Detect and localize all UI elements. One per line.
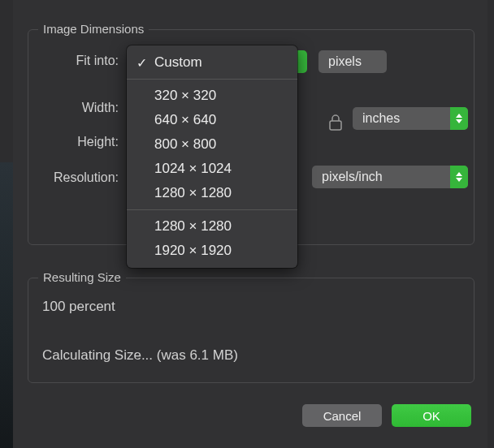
resolution-label: Resolution: bbox=[29, 170, 119, 185]
fit-into-option-800[interactable]: 800 × 800 bbox=[127, 132, 297, 157]
menu-item-label: 1024 × 1024 bbox=[154, 161, 232, 177]
lock-icon[interactable] bbox=[328, 114, 343, 135]
fit-into-option-1280[interactable]: 1280 × 1280 bbox=[127, 181, 297, 205]
menu-item-label: 1280 × 1280 bbox=[154, 185, 232, 201]
menu-item-label: 1280 × 1280 bbox=[154, 218, 232, 235]
menu-separator bbox=[127, 79, 297, 80]
fit-into-unit-select[interactable]: pixels bbox=[318, 50, 387, 73]
svg-rect-0 bbox=[330, 121, 341, 130]
calculating-size-text: Calculating Size... (was 6.1 MB) bbox=[42, 347, 238, 364]
cancel-button-label: Cancel bbox=[323, 409, 362, 423]
ok-button[interactable]: OK bbox=[392, 404, 471, 427]
updown-arrows-icon bbox=[450, 166, 468, 188]
menu-item-label: Custom bbox=[154, 54, 202, 71]
menu-item-label: 640 × 640 bbox=[154, 112, 216, 128]
fit-into-option-custom[interactable]: Custom bbox=[127, 50, 297, 75]
fit-into-option-640[interactable]: 640 × 640 bbox=[127, 108, 297, 132]
resolution-unit-select[interactable]: pixels/inch bbox=[312, 166, 468, 188]
resulting-size-group: Resulting Size bbox=[28, 278, 474, 383]
resolution-unit-value: pixels/inch bbox=[322, 170, 383, 184]
adjust-size-dialog: Image Dimensions Fit into: pixels Width:… bbox=[13, 0, 488, 448]
window-edge-decoration bbox=[0, 162, 13, 448]
ok-button-label: OK bbox=[422, 409, 440, 423]
menu-item-label: 320 × 320 bbox=[154, 88, 216, 104]
image-dimensions-title: Image Dimensions bbox=[38, 22, 149, 36]
width-label: Width: bbox=[46, 101, 119, 115]
cancel-button[interactable]: Cancel bbox=[302, 404, 382, 427]
fit-into-option-320[interactable]: 320 × 320 bbox=[127, 84, 297, 108]
fit-into-option-1024[interactable]: 1024 × 1024 bbox=[127, 157, 297, 181]
height-label: Height: bbox=[46, 135, 119, 149]
updown-arrows-icon bbox=[450, 107, 468, 130]
menu-item-label: 1920 × 1920 bbox=[154, 243, 232, 259]
resulting-size-title: Resulting Size bbox=[38, 270, 126, 284]
fit-into-select-arrows-peek[interactable] bbox=[296, 50, 307, 73]
menu-separator bbox=[127, 209, 297, 210]
fit-into-unit-value: pixels bbox=[328, 54, 362, 69]
fit-into-dropdown-menu: Custom 320 × 320 640 × 640 800 × 800 102… bbox=[127, 45, 297, 268]
fit-into-label: Fit into: bbox=[46, 54, 119, 68]
fit-into-option-1920[interactable]: 1920 × 1920 bbox=[127, 239, 297, 263]
resulting-percent-text: 100 percent bbox=[42, 299, 115, 315]
size-unit-select[interactable]: inches bbox=[353, 107, 468, 130]
size-unit-value: inches bbox=[362, 111, 400, 126]
menu-item-label: 800 × 800 bbox=[154, 136, 216, 153]
fit-into-option-1280b[interactable]: 1280 × 1280 bbox=[127, 214, 297, 239]
